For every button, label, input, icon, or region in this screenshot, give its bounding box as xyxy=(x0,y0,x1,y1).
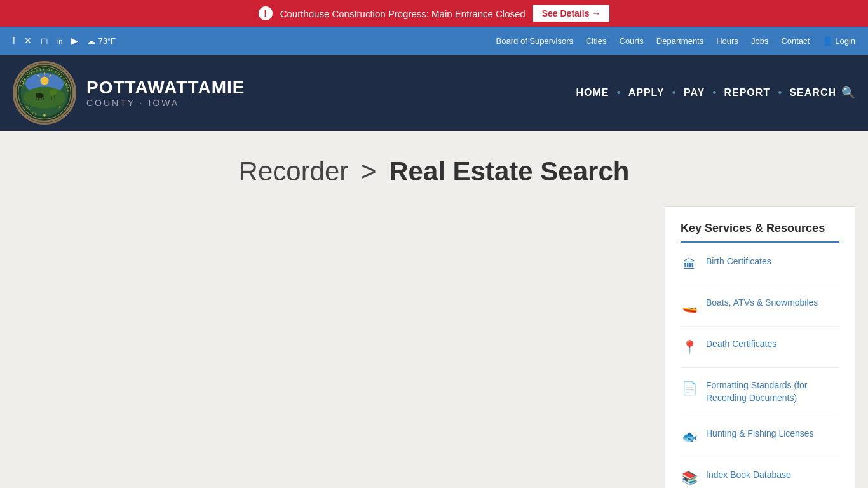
county-seal: THE COUNTY OF POTTAWATTAMIE IOWA ★ ★ xyxy=(13,61,76,125)
sidebar-item-index-book[interactable]: 📚 Index Book Database xyxy=(681,469,839,488)
weather-display: ☁ 73°F xyxy=(87,36,116,46)
index-book-label[interactable]: Index Book Database xyxy=(706,469,791,482)
utility-nav: Board of Supervisors Cities Courts Depar… xyxy=(496,36,855,46)
svg-line-12 xyxy=(41,98,41,101)
facebook-link[interactable]: f xyxy=(13,36,15,46)
nav-separator-1: • xyxy=(616,86,620,100)
twitter-icon: ✕ xyxy=(24,36,32,46)
alert-icon: ! xyxy=(259,6,273,20)
breadcrumb-parent[interactable]: Recorder xyxy=(239,156,349,186)
social-links: f ✕ ◻ in ▶ ☁ 73°F xyxy=(13,36,116,46)
sidebar-item-birth-certificates[interactable]: 🏛 Birth Certificates xyxy=(681,255,839,285)
main-header: THE COUNTY OF POTTAWATTAMIE IOWA ★ ★ POT… xyxy=(0,55,868,131)
nav-jobs[interactable]: Jobs xyxy=(751,36,768,46)
county-sub-name: COUNTY · IOWA xyxy=(86,98,245,108)
index-book-icon: 📚 xyxy=(681,469,698,487)
svg-point-14 xyxy=(36,93,39,97)
breadcrumb-current: Real Estate Search xyxy=(389,156,629,186)
login-button[interactable]: 👤 Login xyxy=(822,36,855,46)
nav-search[interactable]: SEARCH xyxy=(789,82,836,104)
nav-home[interactable]: HOME xyxy=(576,82,609,104)
sidebar-item-boats-atvs[interactable]: 🚤 Boats, ATVs & Snowmobiles xyxy=(681,297,839,327)
youtube-link[interactable]: ▶ xyxy=(71,36,78,46)
nav-apply[interactable]: APPLY xyxy=(628,82,665,104)
svg-point-5 xyxy=(40,77,48,85)
formatting-standards-icon: 📄 xyxy=(681,379,698,397)
county-title: POTTAWATTAMIE COUNTY · IOWA xyxy=(86,78,245,108)
nav-contact[interactable]: Contact xyxy=(781,36,810,46)
nav-separator-4: • xyxy=(778,86,782,100)
nav-separator-2: • xyxy=(672,86,676,100)
nav-hours[interactable]: Hours xyxy=(716,36,738,46)
see-details-button[interactable]: See Details → xyxy=(533,5,610,22)
hunting-fishing-icon: 🐟 xyxy=(681,428,698,445)
person-icon: 👤 xyxy=(822,36,832,46)
alert-bar: ! Courthouse Construction Progress: Main… xyxy=(0,0,868,27)
sidebar-box: Key Services & Resources 🏛 Birth Certifi… xyxy=(665,206,855,488)
youtube-icon: ▶ xyxy=(71,36,78,46)
hunting-fishing-label[interactable]: Hunting & Fishing Licenses xyxy=(706,428,814,440)
svg-line-10 xyxy=(37,97,37,100)
page-title: Recorder > Real Estate Search xyxy=(13,156,855,187)
content-area xyxy=(13,206,646,488)
nav-pay[interactable]: PAY xyxy=(684,82,705,104)
main-navigation: HOME • APPLY • PAY • REPORT • SEARCH 🔍 xyxy=(576,82,855,104)
birth-certificates-label[interactable]: Birth Certificates xyxy=(706,255,771,268)
sidebar-item-death-certificates[interactable]: 📍 Death Certificates xyxy=(681,338,839,368)
boats-atvs-icon: 🚤 xyxy=(681,297,698,315)
search-icon[interactable]: 🔍 xyxy=(841,86,855,100)
death-certificates-icon: 📍 xyxy=(681,338,698,356)
breadcrumb-separator: > xyxy=(361,156,377,186)
nav-cities[interactable]: Cities xyxy=(586,36,607,46)
nav-courts[interactable]: Courts xyxy=(620,36,644,46)
nav-separator-3: • xyxy=(712,86,716,100)
page-title-area: Recorder > Real Estate Search xyxy=(0,131,868,206)
sidebar: Key Services & Resources 🏛 Birth Certifi… xyxy=(665,206,855,488)
sidebar-item-formatting-standards[interactable]: 📄 Formatting Standards (for Recording Do… xyxy=(681,379,839,416)
sidebar-title: Key Services & Resources xyxy=(681,222,839,243)
linkedin-icon: in xyxy=(57,37,63,45)
facebook-icon: f xyxy=(13,36,15,46)
instagram-link[interactable]: ◻ xyxy=(41,36,48,46)
svg-line-13 xyxy=(43,97,43,100)
nav-departments[interactable]: Departments xyxy=(656,36,703,46)
nav-board-of-supervisors[interactable]: Board of Supervisors xyxy=(496,36,573,46)
death-certificates-label[interactable]: Death Certificates xyxy=(706,338,776,351)
boats-atvs-label[interactable]: Boats, ATVs & Snowmobiles xyxy=(706,297,818,309)
svg-line-11 xyxy=(39,98,39,101)
main-content: Key Services & Resources 🏛 Birth Certifi… xyxy=(0,206,868,488)
county-main-name: POTTAWATTAMIE xyxy=(86,78,245,98)
twitter-link[interactable]: ✕ xyxy=(24,36,32,46)
nav-report[interactable]: REPORT xyxy=(724,82,770,104)
birth-certificates-icon: 🏛 xyxy=(681,255,698,273)
linkedin-link[interactable]: in xyxy=(57,36,63,46)
weather-icon: ☁ xyxy=(87,36,95,46)
sidebar-item-hunting-fishing[interactable]: 🐟 Hunting & Fishing Licenses xyxy=(681,428,839,458)
formatting-standards-label[interactable]: Formatting Standards (for Recording Docu… xyxy=(706,379,839,404)
alert-text: Courthouse Construction Progress: Main E… xyxy=(280,8,526,19)
svg-point-21 xyxy=(43,114,46,117)
logo-area: THE COUNTY OF POTTAWATTAMIE IOWA ★ ★ POT… xyxy=(13,61,245,125)
instagram-icon: ◻ xyxy=(41,36,48,46)
utility-bar: f ✕ ◻ in ▶ ☁ 73°F Board of Supervisors C… xyxy=(0,27,868,55)
